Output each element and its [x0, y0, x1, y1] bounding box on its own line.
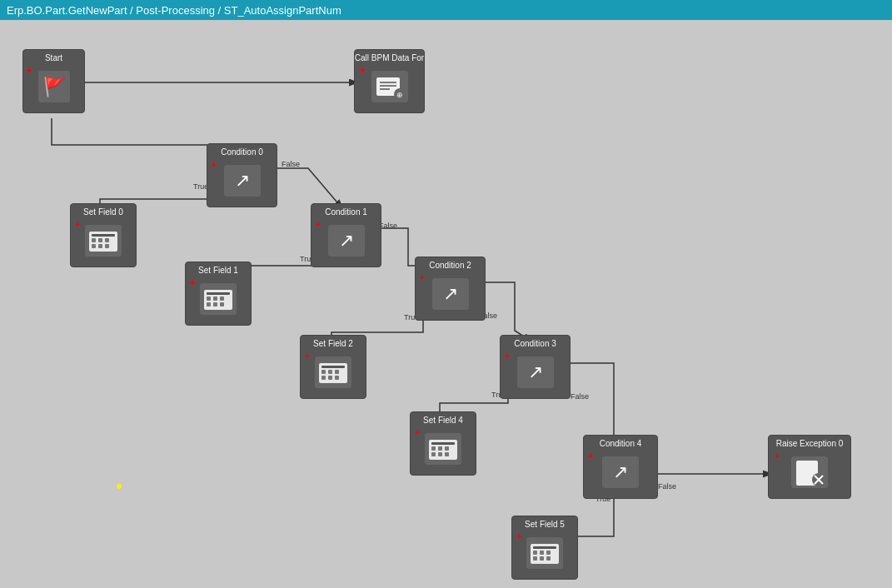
set-field4-add: +	[415, 428, 420, 437]
svg-rect-32	[220, 302, 224, 306]
svg-rect-69	[540, 556, 544, 561]
condition4-node[interactable]: Condition 4 + ↗	[583, 435, 658, 499]
svg-rect-27	[207, 296, 211, 301]
call-bpm-node[interactable]: Call BPM Data For + ⊕	[354, 49, 425, 113]
svg-rect-64	[533, 546, 556, 549]
start-label: Start	[45, 53, 62, 62]
condition1-icon-container: + ↗	[314, 218, 379, 263]
set-field0-node[interactable]: Set Field 0 +	[70, 203, 137, 267]
svg-rect-30	[207, 302, 211, 306]
svg-rect-37	[321, 366, 345, 368]
false-label-c4: False	[658, 482, 676, 491]
condition2-icon-container: + ↗	[418, 272, 483, 316]
svg-text:🚩: 🚩	[42, 76, 66, 98]
condition3-icon: ↗	[514, 354, 557, 391]
raise-exception0-label: Raise Exception 0	[776, 439, 844, 448]
set-field1-icon	[197, 281, 240, 317]
condition0-add: +	[212, 160, 217, 169]
svg-text:↗: ↗	[528, 361, 543, 382]
set-field5-icon	[523, 535, 566, 571]
svg-rect-29	[220, 296, 224, 301]
condition2-node[interactable]: Condition 2 + ↗	[415, 257, 486, 321]
svg-rect-28	[213, 296, 217, 301]
set-field0-icon	[82, 222, 125, 259]
set-field0-icon-container: +	[73, 218, 133, 263]
svg-rect-70	[546, 556, 551, 561]
set-field2-node[interactable]: Set Field 2 +	[300, 335, 366, 399]
svg-text:↗: ↗	[443, 283, 458, 304]
condition0-icon: ↗	[221, 162, 264, 199]
condition0-node[interactable]: Condition 0 + ↗	[207, 143, 277, 207]
set-field1-icon-container: +	[188, 277, 248, 321]
condition4-icon-container: + ↗	[586, 450, 655, 495]
set-field0-label: Set Field 0	[83, 207, 123, 217]
condition3-label: Condition 3	[514, 339, 556, 348]
set-field2-label: Set Field 2	[313, 339, 353, 348]
svg-rect-17	[98, 238, 102, 242]
set-field2-icon-container: +	[303, 350, 363, 395]
svg-rect-20	[98, 244, 102, 248]
raise-exception0-icon	[788, 454, 831, 491]
title-text: Erp.BO.Part.GetNewPart / Post-Processing…	[7, 4, 341, 17]
svg-text:↗: ↗	[235, 170, 250, 191]
svg-rect-42	[328, 376, 332, 380]
set-field4-icon	[421, 431, 465, 467]
svg-rect-26	[207, 292, 230, 295]
false-label-c1: False	[379, 222, 397, 230]
set-field0-add: +	[75, 220, 80, 229]
svg-rect-54	[445, 452, 449, 456]
raise-exception0-node[interactable]: Raise Exception 0 +	[768, 435, 851, 499]
set-field5-node[interactable]: Set Field 5 +	[511, 516, 578, 580]
svg-text:↗: ↗	[613, 461, 628, 482]
call-bpm-add: +	[360, 66, 365, 75]
condition1-node[interactable]: Condition 1 + ↗	[311, 203, 381, 267]
condition0-icon-container: + ↗	[210, 158, 275, 203]
false-label-c0: False	[282, 160, 300, 168]
set-field1-label: Set Field 1	[198, 266, 238, 275]
svg-rect-15	[92, 234, 115, 237]
condition3-add: +	[505, 351, 510, 361]
svg-rect-67	[546, 551, 551, 555]
svg-rect-50	[438, 446, 442, 451]
condition2-add: +	[420, 273, 425, 282]
yellow-indicator	[117, 484, 122, 489]
condition2-label: Condition 2	[429, 261, 471, 270]
raise-exception0-icon-container: +	[773, 450, 846, 495]
svg-rect-52	[431, 452, 436, 456]
start-icon: 🚩	[32, 68, 76, 105]
svg-rect-51	[445, 446, 449, 451]
svg-rect-16	[92, 238, 96, 242]
call-bpm-icon-container: + ⊕	[358, 64, 421, 109]
svg-rect-53	[438, 452, 442, 456]
svg-rect-39	[328, 370, 332, 374]
set-field2-add: +	[305, 351, 310, 361]
call-bpm-icon: ⊕	[368, 68, 411, 105]
raise-exception0-add: +	[775, 451, 780, 461]
condition4-label: Condition 4	[600, 439, 642, 448]
condition4-add: +	[588, 451, 593, 461]
svg-rect-43	[335, 376, 339, 380]
set-field2-icon	[311, 354, 355, 391]
false-label-c3: False	[571, 392, 589, 401]
svg-text:⊕: ⊕	[396, 91, 403, 99]
svg-rect-19	[92, 244, 96, 248]
title-bar: Erp.BO.Part.GetNewPart / Post-Processing…	[0, 0, 892, 20]
set-field5-icon-container: +	[515, 531, 575, 576]
condition1-icon: ↗	[325, 222, 368, 259]
condition3-icon-container: + ↗	[503, 350, 568, 395]
svg-rect-68	[533, 556, 537, 561]
call-bpm-label: Call BPM Data For	[355, 53, 424, 62]
start-node[interactable]: Start + 🚩	[22, 49, 85, 113]
start-add: +	[27, 66, 32, 75]
set-field4-node[interactable]: Set Field 4 +	[410, 411, 476, 476]
set-field1-node[interactable]: Set Field 1 +	[185, 262, 252, 326]
svg-rect-65	[533, 551, 537, 555]
set-field4-icon-container: +	[413, 426, 473, 471]
svg-rect-49	[431, 446, 436, 451]
svg-rect-31	[213, 302, 217, 306]
condition3-node[interactable]: Condition 3 + ↗	[500, 335, 571, 399]
condition0-label: Condition 0	[221, 147, 263, 157]
set-field1-add: +	[190, 278, 195, 287]
canvas: True False True False True False True Fa…	[0, 20, 892, 588]
svg-rect-21	[105, 244, 109, 248]
